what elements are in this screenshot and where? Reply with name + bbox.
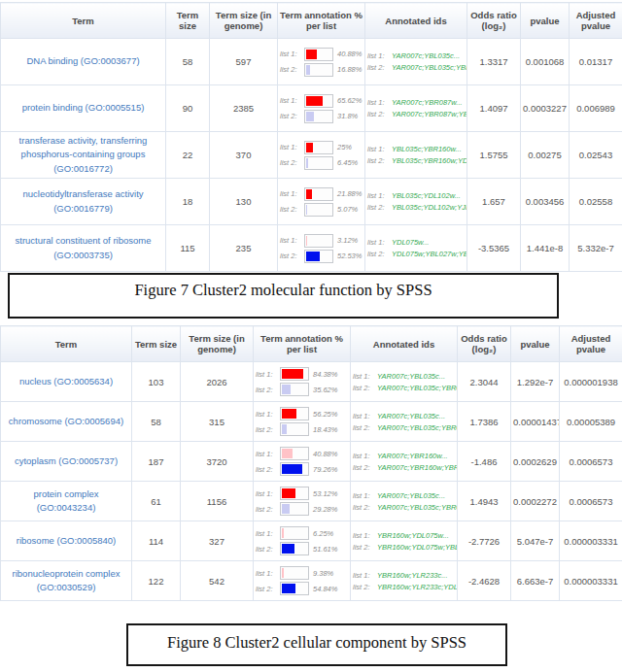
list2-label: list 2:: [280, 205, 300, 214]
list2-label: list 2:: [256, 465, 276, 474]
list1-label: list 1:: [256, 410, 276, 419]
list2-bar-box: [304, 203, 333, 217]
column-header: Term annotation % per list: [254, 326, 351, 362]
list1-gene-ids: YBR160w;YLR233c...: [377, 571, 448, 580]
go-term-link[interactable]: transferase activity, transferring phosp…: [19, 135, 148, 174]
odds-ratio-cell: 1.4097: [467, 85, 521, 132]
list2-bar-box: [304, 63, 333, 77]
list2-gene-ids: YDL075w;YBL027w;YBL0...: [392, 250, 467, 258]
list1-gene-ids: YBL035c;YDL102w...: [392, 191, 461, 200]
list2-bar-fill: [282, 544, 294, 554]
list2-gene-ids: YAR007c;YBR160w;YBR1...: [377, 463, 458, 472]
list1-bar-box: [304, 234, 333, 248]
list2-bar-fill: [282, 385, 291, 394]
list1-ids-label: list 1:: [367, 191, 388, 200]
list1-bar-box: [280, 407, 309, 420]
list2-ids-line: list 2: YBR160w;YDL075w;YBL0...: [353, 543, 455, 552]
list2-bar-fill: [282, 504, 290, 514]
column-header: pvalue: [521, 3, 570, 39]
list1-annotation: list 1: 21.88%: [280, 187, 363, 201]
list1-bar-box: [304, 187, 333, 201]
term-size-genome-cell: 2385: [210, 85, 278, 132]
adjusted-pvalue-cell: 0.006989: [570, 85, 622, 132]
table1-header: TermTerm sizeTerm size (in genome)Term a…: [1, 3, 622, 39]
list1-ids-label: list 1:: [353, 412, 373, 420]
table-row: transferase activity, transferring phosp…: [1, 132, 622, 179]
column-header: Adjusted pvalue: [570, 3, 622, 39]
list2-bar-fill: [282, 424, 287, 434]
list1-bar-fill: [306, 143, 313, 152]
term-size-cell: 114: [132, 521, 181, 561]
list1-percent: 21.88%: [337, 189, 362, 198]
list2-annotation: list 2: 18.43%: [256, 422, 348, 436]
annotation-percent-cell: list 1: 56.25% list 2: 18.43%: [254, 402, 351, 442]
list2-ids-label: list 2:: [353, 384, 373, 392]
go-term-link[interactable]: ribosome (GO:0005840): [17, 535, 116, 546]
column-header: Term size (in genome): [210, 3, 278, 39]
figure7-caption-box: Figure 7 Cluster2 molecular function by …: [8, 273, 559, 319]
go-term-link[interactable]: chromosome (GO:0005694): [9, 416, 123, 426]
molecular-function-table: TermTerm sizeTerm size (in genome)Term a…: [0, 2, 622, 272]
annotated-ids-cell: list 1: YBL035c;YDL102w... list 2: YBL03…: [365, 179, 467, 225]
list1-label: list 1:: [280, 143, 300, 151]
annotation-percent-cell: list 1: 84.38% list 2: 35.62%: [254, 362, 351, 402]
list1-label: list 1:: [280, 236, 300, 245]
list2-ids-line: list 2: YAR007c;YBL035c;YBR0...: [367, 63, 465, 72]
term-size-genome-cell: 327: [181, 521, 254, 561]
list2-bar-box: [280, 542, 309, 555]
list2-percent: 6.45%: [337, 158, 358, 167]
list1-ids-line: list 1: YBL035c;YDL102w...: [367, 191, 465, 200]
go-term-link[interactable]: structural constituent of ribosome (GO:0…: [16, 235, 152, 259]
annotated-ids-cell: list 1: YAR007c;YBL035c... list 2: YAR00…: [351, 482, 458, 521]
term-size-genome-cell: 1156: [181, 482, 254, 521]
odds-ratio-cell: 2.3044: [458, 362, 511, 402]
list1-annotation: list 1: 9.38%: [256, 566, 348, 580]
term-size-genome-cell: 315: [181, 402, 254, 442]
list2-gene-ids: YBR160w;YDL075w;YBL0...: [377, 543, 458, 552]
list2-ids-label: list 2:: [367, 110, 388, 118]
list2-ids-line: list 2: YAR007c;YBR087w;YBR0...: [367, 110, 465, 118]
list2-ids-label: list 2:: [353, 423, 373, 432]
annotated-ids-cell: list 1: YAR007c;YBR160w... list 2: YAR00…: [351, 442, 458, 482]
list1-label: list 1:: [256, 370, 276, 379]
go-term-link[interactable]: ribonucleoprotein complex (GO:0030529): [13, 568, 121, 592]
column-header: Term size (in genome): [181, 326, 254, 362]
term-size-genome-cell: 370: [210, 132, 278, 179]
odds-ratio-cell: -2.7726: [458, 521, 511, 561]
table-row: protein binding (GO:0005515) 90 2385 lis…: [1, 85, 622, 132]
list1-gene-ids: YBR160w;YDL075w...: [377, 531, 449, 540]
go-term-link[interactable]: cytoplasm (GO:0005737): [15, 455, 118, 466]
term-size-genome-cell: 130: [210, 179, 278, 225]
go-term-link[interactable]: nucleus (GO:0005634): [19, 376, 113, 386]
odds-ratio-cell: 1.3317: [467, 39, 521, 85]
list1-percent: 6.25%: [313, 529, 333, 538]
list1-ids-label: list 1:: [367, 238, 388, 247]
figure8-caption-box: Figure 8 Cluster2 cellular component by …: [126, 623, 507, 666]
go-term-link[interactable]: protein binding (GO:0005515): [22, 102, 145, 113]
pvalue-cell: 0.0003227: [521, 85, 570, 132]
list1-annotation: list 1: 6.25%: [256, 526, 348, 540]
list2-label: list 2:: [256, 585, 276, 593]
term-size-cell: 187: [132, 442, 181, 482]
pvalue-cell: 0.001068: [521, 39, 570, 85]
pvalue-cell: 6.663e-7: [511, 561, 560, 601]
column-header: Term: [1, 326, 132, 362]
list1-gene-ids: YAR007c;YBL035c...: [377, 372, 445, 381]
list1-ids-line: list 1: YAR007c;YBL035c...: [367, 51, 465, 60]
adjusted-pvalue-cell: 0.02543: [570, 132, 622, 179]
list2-ids-label: list 2:: [353, 503, 373, 512]
adjusted-pvalue-cell: 0.000003331: [560, 561, 622, 601]
odds-ratio-cell: 1.4943: [458, 482, 511, 521]
list2-ids-line: list 2: YAR007c;YBL035c;YBR0...: [353, 423, 455, 432]
annotation-percent-cell: list 1: 3.12% list 2: 52.53%: [278, 225, 365, 272]
list2-percent: 52.53%: [337, 252, 362, 260]
list1-bar-fill: [306, 236, 307, 246]
list1-percent: 40.88%: [313, 450, 337, 458]
column-header: pvalue: [511, 326, 560, 362]
go-term-link[interactable]: nucleotidyltransferase activity (GO:0016…: [22, 188, 143, 213]
go-term-link[interactable]: DNA binding (GO:0003677): [26, 55, 139, 66]
list2-ids-label: list 2:: [367, 250, 388, 258]
list1-annotation: list 1: 56.25%: [256, 407, 348, 420]
go-term-link[interactable]: protein complex (GO:0043234): [33, 488, 98, 513]
list1-bar-fill: [282, 409, 296, 419]
